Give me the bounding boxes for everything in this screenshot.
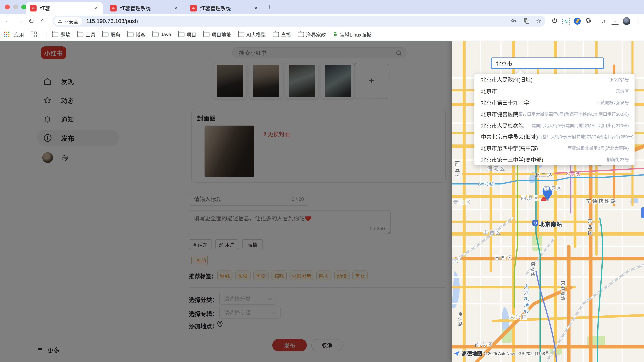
bookmarks-bar: 应用 翻墙 工具 服务 博客 Java 项目 项目地址 AI大模型 直播 净界家… <box>0 28 644 41</box>
downloads-icon[interactable]: ↓ <box>612 17 619 25</box>
home-icon[interactable]: ⌂ <box>37 17 48 25</box>
bookmark-label: 宝塔Linux面板 <box>340 31 371 38</box>
railway-station-icon <box>532 220 538 226</box>
result-address: 台基厂大街3号(王府井地铁站C4西南口步行280米) <box>538 134 634 140</box>
folder-icon <box>128 32 134 37</box>
map-label-road: 南六环 <box>475 341 493 348</box>
tab-strip: 小 红薯 × 小 红薯管理系统 × 小 红薯管理系统 × + <box>0 0 644 14</box>
bookmark-folder[interactable]: 项目地址 <box>203 31 231 38</box>
location-result-row[interactable]: 北京市东城区 <box>474 85 634 97</box>
close-window-button[interactable] <box>5 4 10 9</box>
bookmark-folder[interactable]: AI大模型 <box>238 31 266 38</box>
result-name: 北京市健宫医院 <box>481 110 518 118</box>
location-result-row[interactable]: 中共北京市委员会(旧址)台基厂大街3号(王府井地铁站C4西南口步行280米) <box>474 131 634 142</box>
bookmark-label: 直播 <box>281 31 291 38</box>
bookmark-baota[interactable]: 宝塔Linux面板 <box>333 31 371 38</box>
location-result-row[interactable]: 北京市人民检察院建国门北大街9号(建国门地铁站A西北口步行370米) <box>474 119 634 131</box>
modal-dim-overlay[interactable] <box>0 41 452 362</box>
map-label-road: 北二环 <box>535 171 553 178</box>
folder-icon <box>152 32 159 37</box>
map-search-box[interactable] <box>491 57 604 69</box>
tab-3[interactable]: 小 红薯管理系统 × <box>186 2 263 14</box>
translate-icon[interactable]: 文A <box>523 17 530 25</box>
bookmark-folder[interactable]: 翻墙 <box>52 31 70 38</box>
extensions-puzzle-icon[interactable] <box>585 17 592 25</box>
back-icon[interactable]: ← <box>2 17 14 25</box>
bookmark-folder[interactable]: 工具 <box>77 31 96 38</box>
browser-toolbar: ← → ↻ ⌂ ⚠ 不安全 115.190.73.103/push 文A ☆ <box>0 14 644 28</box>
map-label-road: 德贤路 <box>529 262 536 277</box>
chrome-menu-kebab-icon[interactable]: ⋮ <box>634 17 642 25</box>
location-result-row[interactable]: 北京市第十三中学(高中部)柳荫街27号 <box>474 154 634 165</box>
result-address: 正义路2号 <box>609 76 629 83</box>
tab-2[interactable]: 小 红薯管理系统 × <box>106 2 183 14</box>
result-address: 东城区 <box>616 88 629 94</box>
new-tab-button[interactable]: + <box>268 3 272 11</box>
zoom-window-button[interactable] <box>21 4 26 9</box>
result-name: 北京市第十三中学(高中部) <box>481 156 543 163</box>
result-name: 北京市第四中学(高中部) <box>481 144 538 152</box>
media-playlist-icon[interactable]: ♬ <box>600 17 608 25</box>
bookmark-label: 翻墙 <box>60 31 70 38</box>
screen: 小 红薯 × 小 红薯管理系统 × 小 红薯管理系统 × + ← → ↻ ⌂ <box>0 0 644 362</box>
map-label-road: 京深路 <box>457 312 463 327</box>
folder-icon <box>77 32 84 37</box>
theme-extension-icon[interactable] <box>574 17 581 25</box>
window-controls <box>5 4 26 9</box>
location-result-row[interactable]: 北京市健宫医院菜市口南大街儒福里6号(陶然亭地铁站C东南口步行300米) <box>474 108 634 119</box>
warning-icon: ⚠ <box>58 18 62 24</box>
security-label: 不安全 <box>64 17 78 25</box>
map-label-district: 大兴区 <box>509 313 528 321</box>
bookmark-folder[interactable]: 项目 <box>178 31 196 38</box>
map-attribution: 高德地图 © 2025 AutoNavi - GS(2024)1158号 <box>454 349 549 357</box>
tab-close-icon[interactable]: × <box>252 5 259 11</box>
baota-panel-icon <box>333 32 338 37</box>
xiaohongshu-favicon: 小 <box>190 5 197 11</box>
tab-title: 红薯管理系统 <box>120 4 169 12</box>
power-extension-icon[interactable] <box>551 17 558 25</box>
folder-icon <box>203 32 210 37</box>
svg-text:A: A <box>526 20 528 23</box>
bookmarks-divider <box>46 31 46 38</box>
address-bar[interactable]: ⚠ 不安全 115.190.73.103/push 文A ☆ <box>52 15 546 27</box>
tab-close-icon[interactable]: × <box>172 5 179 11</box>
bookmark-folder[interactable]: 直播 <box>273 31 291 38</box>
notion-extension-icon[interactable]: N <box>562 17 570 25</box>
squares-icon <box>31 31 37 37</box>
tab-title: 红薯管理系统 <box>200 4 250 12</box>
tab-close-icon[interactable]: × <box>92 5 99 11</box>
location-result-row[interactable]: 北京市人民政府(旧址)正义路2号 <box>474 74 634 85</box>
tab-1[interactable]: 小 红薯 × <box>26 2 103 14</box>
map-label-district: 石景山区 <box>452 198 472 206</box>
map-label-road: 东四环 <box>586 218 593 237</box>
folder-icon <box>102 32 109 37</box>
forward-icon[interactable]: → <box>14 17 26 25</box>
tab-title: 红薯 <box>40 4 89 12</box>
profile-avatar[interactable] <box>623 17 630 25</box>
reload-icon[interactable]: ↻ <box>26 16 37 25</box>
map-search-input[interactable] <box>491 57 604 69</box>
minimize-window-button[interactable] <box>13 4 18 9</box>
bookmark-label: 项目地址 <box>212 31 231 38</box>
bookmark-label: 服务 <box>111 31 120 38</box>
result-address: 菜市口南大街儒福里6号(陶然亭地铁站C东南口步行300米) <box>518 111 629 117</box>
xiaohongshu-favicon: 小 <box>110 5 116 11</box>
bookmark-folder[interactable]: 净界家政 <box>298 31 326 38</box>
location-result-row[interactable]: 北京市第三十九中学西黄城根北街6号 <box>474 97 634 108</box>
bookmark-apps[interactable]: 应用 <box>0 31 24 38</box>
map-label-district: 丰台区 <box>483 228 502 236</box>
bookmark-folder[interactable]: 博客 <box>128 31 146 38</box>
result-name: 北京市人民检察院 <box>481 121 524 129</box>
bookmark-star-icon[interactable]: ☆ <box>535 17 542 25</box>
folder-icon <box>273 32 279 37</box>
bookmark-label: 博客 <box>136 31 146 38</box>
location-result-row[interactable]: 北京市第四中学(高中部)西黄城根北街甲2号(近北大医院) <box>474 142 634 154</box>
bookmark-folder[interactable]: 服务 <box>102 31 120 38</box>
bookmark-folder[interactable]: Java <box>152 31 171 37</box>
amap-brand: 高德地图 <box>462 349 482 357</box>
bookmark-squares[interactable] <box>31 31 39 37</box>
map-panel[interactable]: 海淀区 北二环 3号线 6 号线 东城区 西城区 京通快速路 石景山区 西五环 … <box>452 41 644 362</box>
password-key-icon[interactable] <box>510 17 518 25</box>
result-address: 柳荫街27号 <box>607 156 629 163</box>
security-chip[interactable]: ⚠ 不安全 <box>54 17 82 25</box>
